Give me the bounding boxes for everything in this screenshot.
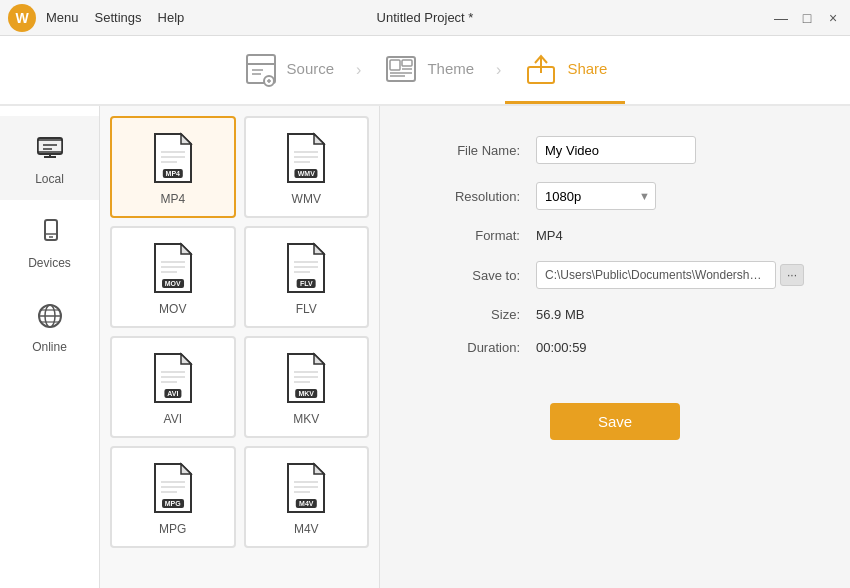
mov-badge: MOV: [162, 279, 184, 288]
m4v-doc-icon: M4V: [284, 462, 328, 514]
titlebar: W Menu Settings Help Untitled Project * …: [0, 0, 850, 36]
menu-item-settings[interactable]: Settings: [95, 10, 142, 25]
settings-panel: File Name: Resolution: 720p 1080p 4K ▼ F…: [380, 106, 850, 588]
resolution-select[interactable]: 720p 1080p 4K: [536, 182, 656, 210]
sidebar: Local Devices: [0, 106, 100, 588]
avi-badge: AVI: [164, 389, 181, 398]
window-controls: — □ ×: [772, 10, 842, 26]
format-label: Format:: [420, 228, 520, 243]
avi-label: AVI: [164, 412, 182, 426]
wizard-step-source[interactable]: Source: [225, 36, 353, 104]
mkv-badge: MKV: [295, 389, 317, 398]
format-row: Format: MP4: [420, 228, 810, 243]
theme-step-label: Theme: [427, 60, 474, 77]
maximize-button[interactable]: □: [798, 10, 816, 26]
format-value: MP4: [536, 228, 563, 243]
svg-rect-8: [390, 60, 400, 70]
wizard-arrow-1: ›: [356, 61, 361, 79]
save-to-row: Save to: ···: [420, 261, 810, 289]
devices-icon: [32, 214, 68, 250]
flv-label: FLV: [296, 302, 317, 316]
file-name-row: File Name:: [420, 136, 810, 164]
window-title: Untitled Project *: [377, 10, 474, 25]
mkv-doc-icon: MKV: [284, 352, 328, 404]
avi-doc-icon: AVI: [151, 352, 195, 404]
wmv-badge: WMV: [295, 169, 318, 178]
titlebar-menu: Menu Settings Help: [46, 10, 184, 25]
close-button[interactable]: ×: [824, 10, 842, 26]
size-label: Size:: [420, 307, 520, 322]
resolution-select-wrapper: 720p 1080p 4K ▼: [536, 182, 656, 210]
mp4-doc-icon: MP4: [151, 132, 195, 184]
share-step-label: Share: [567, 60, 607, 77]
format-item-wmv[interactable]: WMV WMV: [244, 116, 370, 218]
duration-label: Duration:: [420, 340, 520, 355]
main-content: Local Devices: [0, 106, 850, 588]
mpg-label: MPG: [159, 522, 186, 536]
svg-rect-16: [38, 140, 62, 152]
sidebar-item-online[interactable]: Online: [0, 284, 99, 368]
save-to-input[interactable]: [536, 261, 776, 289]
format-item-mpg[interactable]: MPG MPG: [110, 446, 236, 548]
m4v-label: M4V: [294, 522, 319, 536]
resolution-row: Resolution: 720p 1080p 4K ▼: [420, 182, 810, 210]
duration-row: Duration: 00:00:59: [420, 340, 810, 355]
mkv-label: MKV: [293, 412, 319, 426]
wizard-arrow-2: ›: [496, 61, 501, 79]
mov-doc-icon: MOV: [151, 242, 195, 294]
format-item-avi[interactable]: AVI AVI: [110, 336, 236, 438]
mpg-badge: MPG: [162, 499, 184, 508]
size-value: 56.9 MB: [536, 307, 584, 322]
duration-value: 00:00:59: [536, 340, 587, 355]
file-name-label: File Name:: [420, 143, 520, 158]
source-step-label: Source: [287, 60, 335, 77]
format-scroll[interactable]: MP4 MP4 WMV: [100, 106, 379, 588]
format-item-flv[interactable]: FLV FLV: [244, 226, 370, 328]
wizard-bar: Source › Theme › Share: [0, 36, 850, 106]
mp4-badge: MP4: [163, 169, 183, 178]
theme-icon: [383, 51, 419, 87]
wizard-step-theme[interactable]: Theme: [365, 36, 492, 104]
local-icon: [32, 130, 68, 166]
format-grid: MP4 MP4 WMV: [110, 116, 369, 548]
format-item-mkv[interactable]: MKV MKV: [244, 336, 370, 438]
share-icon: [523, 51, 559, 87]
format-item-m4v[interactable]: M4V M4V: [244, 446, 370, 548]
mp4-label: MP4: [160, 192, 185, 206]
online-icon: [32, 298, 68, 334]
sidebar-local-label: Local: [35, 172, 64, 186]
sidebar-item-devices[interactable]: Devices: [0, 200, 99, 284]
m4v-badge: M4V: [296, 499, 316, 508]
format-item-mov[interactable]: MOV MOV: [110, 226, 236, 328]
menu-item-help[interactable]: Help: [158, 10, 185, 25]
sidebar-devices-label: Devices: [28, 256, 71, 270]
minimize-button[interactable]: —: [772, 10, 790, 26]
menu-item-menu[interactable]: Menu: [46, 10, 79, 25]
mpg-doc-icon: MPG: [151, 462, 195, 514]
sidebar-online-label: Online: [32, 340, 67, 354]
format-area: MP4 MP4 WMV: [100, 106, 380, 588]
sidebar-item-local[interactable]: Local: [0, 116, 99, 200]
app-logo: W: [8, 4, 36, 32]
svg-rect-9: [402, 60, 412, 66]
browse-button[interactable]: ···: [780, 264, 804, 286]
flv-doc-icon: FLV: [284, 242, 328, 294]
resolution-label: Resolution:: [420, 189, 520, 204]
source-icon: [243, 51, 279, 87]
mov-label: MOV: [159, 302, 186, 316]
wmv-doc-icon: WMV: [284, 132, 328, 184]
flv-badge: FLV: [297, 279, 316, 288]
file-name-input[interactable]: [536, 136, 696, 164]
size-row: Size: 56.9 MB: [420, 307, 810, 322]
wizard-step-share[interactable]: Share: [505, 36, 625, 104]
save-to-label: Save to:: [420, 268, 520, 283]
format-item-mp4[interactable]: MP4 MP4: [110, 116, 236, 218]
save-button[interactable]: Save: [550, 403, 680, 440]
wmv-label: WMV: [292, 192, 321, 206]
